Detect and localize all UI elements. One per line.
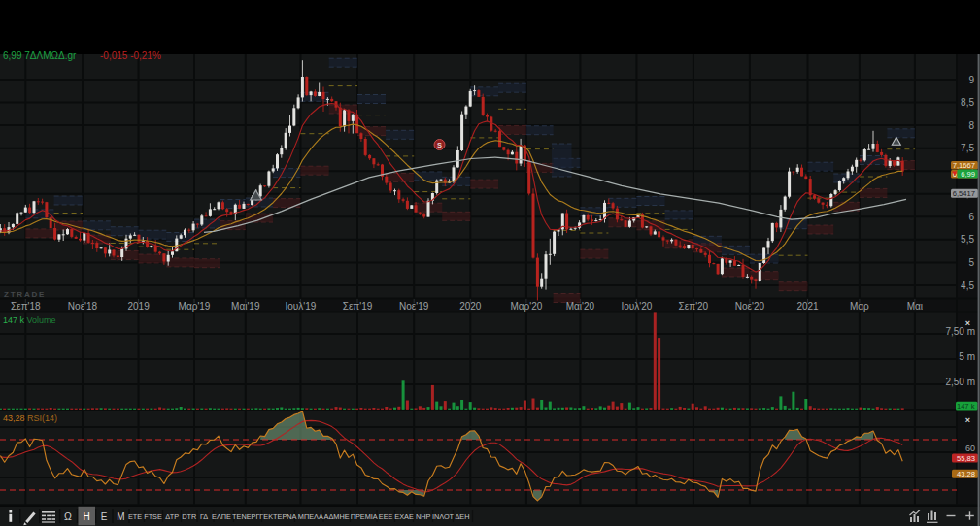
svg-text:ΝΗΡ: ΝΗΡ — [416, 512, 431, 521]
svg-text:43,28 RSI(14): 43,28 RSI(14) — [3, 413, 57, 423]
svg-text:ΔΕΗ: ΔΕΗ — [455, 512, 469, 521]
svg-text:43,28: 43,28 — [957, 470, 975, 478]
svg-text:6,99: 6,99 — [961, 170, 975, 179]
svg-text:2020: 2020 — [459, 301, 482, 312]
svg-text:Νοε'20: Νοε'20 — [735, 301, 765, 312]
svg-text:147 k Volume: 147 k Volume — [3, 315, 56, 325]
svg-text:Σεπ'20: Σεπ'20 — [679, 301, 709, 312]
svg-text:ΙΝΛΟΤ: ΙΝΛΟΤ — [432, 512, 455, 521]
svg-text:6,5417: 6,5417 — [953, 189, 975, 198]
svg-text:2,50 m: 2,50 m — [945, 377, 975, 387]
svg-text:Μαι: Μαι — [907, 301, 923, 312]
svg-text:Ε: Ε — [101, 511, 108, 522]
svg-text:6,99 7ΔΛΜΩΔ.gr: 6,99 7ΔΛΜΩΔ.gr — [3, 50, 77, 61]
svg-text:147 k: 147 k — [957, 402, 975, 411]
svg-text:ZTRADE: ZTRADE — [4, 290, 46, 299]
svg-text:Σεπ'18: Σεπ'18 — [11, 301, 41, 312]
svg-text:ΕΛΠΕ: ΕΛΠΕ — [212, 512, 231, 521]
svg-text:ΓΔ: ΓΔ — [200, 512, 208, 521]
svg-text:9: 9 — [968, 75, 974, 85]
svg-text:-0,015 -0,21%: -0,015 -0,21% — [100, 50, 161, 61]
svg-text:Μαρ'19: Μαρ'19 — [179, 301, 211, 312]
svg-text:ΕΧΑΕ: ΕΧΑΕ — [394, 512, 414, 521]
svg-text:ΜΠΕΛΑ: ΜΠΕΛΑ — [298, 512, 323, 521]
svg-text:5,5: 5,5 — [961, 234, 974, 245]
svg-text:7,5: 7,5 — [961, 143, 974, 153]
svg-text:Ω: Ω — [64, 510, 72, 522]
svg-text:ΓΕΚΤΕΡΝΑ: ΓΕΚΤΕΡΝΑ — [259, 512, 296, 521]
svg-text:ΑΔΜΗΕ: ΑΔΜΗΕ — [324, 512, 350, 521]
svg-text:Μ: Μ — [117, 511, 124, 522]
svg-text:Ιουλ'20: Ιουλ'20 — [621, 301, 652, 312]
svg-text:5: 5 — [968, 257, 974, 268]
svg-text:Μαρ'20: Μαρ'20 — [510, 301, 542, 312]
svg-text:ΔΤΡ: ΔΤΡ — [165, 512, 179, 521]
svg-text:ΕΤΕ: ΕΤΕ — [128, 512, 142, 521]
svg-text:7,50 m: 7,50 m — [945, 326, 975, 337]
svg-text:2021: 2021 — [796, 301, 819, 312]
svg-text:Νοε'18: Νοε'18 — [68, 301, 98, 312]
svg-text:Νοε'19: Νοε'19 — [399, 301, 429, 312]
svg-text:Μαρ: Μαρ — [850, 301, 869, 312]
svg-text:55,83: 55,83 — [957, 454, 975, 463]
svg-text:2019: 2019 — [127, 301, 150, 312]
svg-text:8,5: 8,5 — [961, 97, 974, 108]
svg-text:ΕΕΕ: ΕΕΕ — [379, 512, 393, 521]
svg-text:×: × — [965, 415, 970, 425]
svg-text:4,5: 4,5 — [961, 280, 974, 291]
svg-text:ΠΡΕΜΙΑ: ΠΡΕΜΙΑ — [351, 512, 378, 521]
svg-text:Μαι'19: Μαι'19 — [231, 301, 260, 312]
svg-text:DTR: DTR — [182, 512, 196, 521]
svg-text:ΤΕΝΕΡΓ: ΤΕΝΕΡΓ — [232, 512, 259, 521]
svg-text:FTSE: FTSE — [144, 512, 162, 521]
svg-text:Η: Η — [83, 511, 89, 522]
svg-text:8: 8 — [968, 120, 974, 131]
svg-text:Μαι'20: Μαι'20 — [566, 301, 595, 312]
svg-text:5 m: 5 m — [959, 351, 975, 362]
svg-text:6: 6 — [968, 212, 974, 222]
svg-text:Ιουλ'19: Ιουλ'19 — [285, 301, 316, 312]
svg-text:×: × — [965, 318, 970, 328]
svg-text:7,1667: 7,1667 — [953, 161, 975, 170]
svg-text:60: 60 — [965, 444, 975, 453]
svg-text:Σεπ'19: Σεπ'19 — [343, 301, 373, 312]
svg-text:S: S — [437, 141, 442, 149]
